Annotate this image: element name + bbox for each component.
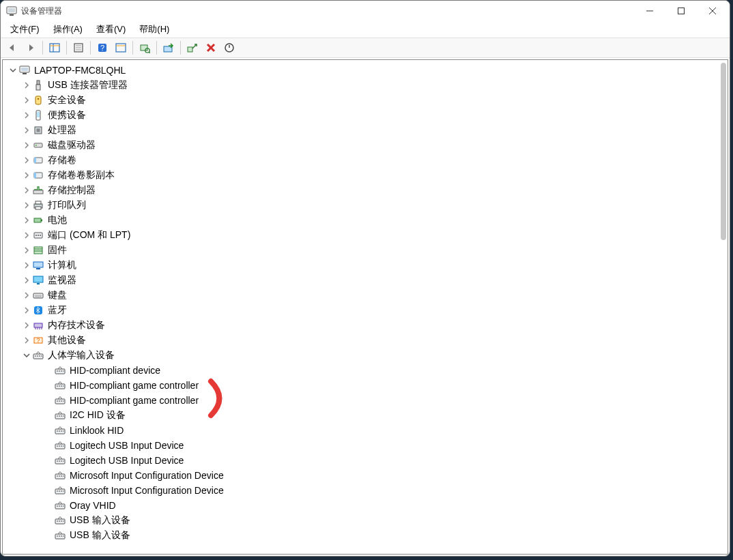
disable-device-button[interactable] bbox=[202, 40, 220, 56]
close-button[interactable] bbox=[697, 1, 728, 21]
category-item[interactable]: 内存技术设备 bbox=[5, 318, 728, 333]
category-item[interactable]: 监视器 bbox=[5, 273, 728, 288]
expander-none bbox=[44, 486, 53, 495]
category-item[interactable]: 固件 bbox=[5, 243, 728, 258]
category-item[interactable]: 存储控制器 bbox=[5, 183, 728, 198]
device-item[interactable]: Logitech USB Input Device bbox=[5, 453, 728, 468]
expander-none bbox=[44, 441, 53, 450]
chevron-right-icon[interactable] bbox=[22, 306, 31, 315]
category-item[interactable]: 计算机 bbox=[5, 258, 728, 273]
category-item[interactable]: USB 连接器管理器 bbox=[5, 78, 728, 93]
category-item[interactable]: 键盘 bbox=[5, 288, 728, 303]
properties-button[interactable] bbox=[70, 40, 87, 56]
chevron-right-icon[interactable] bbox=[22, 80, 31, 90]
device-item[interactable]: Oray VHID bbox=[5, 498, 728, 513]
svg-rect-133 bbox=[57, 535, 58, 537]
tree-root[interactable]: LAPTOP-FMC8LQHL bbox=[5, 63, 728, 78]
category-item[interactable]: 便携设备 bbox=[5, 108, 728, 123]
svg-rect-79 bbox=[59, 370, 60, 372]
minimize-button[interactable] bbox=[634, 1, 665, 21]
device-item[interactable]: Linklook HID bbox=[5, 423, 728, 438]
category-item-hid[interactable]: 人体学输入设备 bbox=[5, 348, 728, 363]
chevron-down-icon[interactable] bbox=[22, 351, 31, 360]
expander-none bbox=[44, 531, 53, 540]
svg-rect-134 bbox=[59, 535, 60, 537]
forward-button[interactable] bbox=[22, 40, 40, 56]
category-label: 存储卷 bbox=[48, 154, 76, 166]
svg-rect-131 bbox=[63, 520, 64, 522]
chevron-right-icon[interactable] bbox=[22, 291, 31, 300]
device-label: Logitech USB Input Device bbox=[70, 440, 184, 451]
chevron-right-icon[interactable] bbox=[22, 246, 31, 255]
hid-icon bbox=[55, 515, 66, 526]
back-button[interactable] bbox=[3, 40, 21, 56]
maximize-button[interactable] bbox=[665, 1, 697, 21]
svg-text:?: ? bbox=[100, 44, 104, 52]
expander-none bbox=[44, 471, 53, 480]
chevron-right-icon[interactable] bbox=[22, 321, 31, 330]
chevron-right-icon[interactable] bbox=[22, 186, 31, 195]
category-item[interactable]: 打印队列 bbox=[5, 198, 728, 213]
svg-rect-1 bbox=[8, 8, 15, 12]
device-item[interactable]: USB 输入设备 bbox=[5, 513, 728, 528]
update-driver-button[interactable] bbox=[160, 40, 177, 56]
menu-file[interactable]: 文件(F) bbox=[3, 22, 46, 37]
controller-icon bbox=[33, 185, 44, 196]
device-item[interactable]: HID-compliant game controller bbox=[5, 393, 728, 408]
menu-view[interactable]: 查看(V) bbox=[89, 22, 132, 37]
chevron-right-icon[interactable] bbox=[22, 261, 31, 270]
device-item[interactable]: HID-compliant game controller bbox=[5, 378, 728, 393]
category-label: 键盘 bbox=[48, 289, 67, 301]
show-hide-console-tree-button[interactable] bbox=[46, 40, 63, 56]
device-item[interactable]: I2C HID 设备 bbox=[5, 408, 728, 423]
help-button[interactable]: ? bbox=[94, 40, 111, 56]
svg-rect-74 bbox=[37, 355, 38, 357]
category-item[interactable]: 存储卷卷影副本 bbox=[5, 168, 728, 183]
vertical-scrollbar[interactable] bbox=[721, 63, 726, 240]
category-item[interactable]: 安全设备 bbox=[5, 93, 728, 108]
category-item[interactable]: 蓝牙 bbox=[5, 303, 728, 318]
chevron-right-icon[interactable] bbox=[22, 95, 31, 105]
category-item[interactable]: 端口 (COM 和 LPT) bbox=[5, 228, 728, 243]
menu-action[interactable]: 操作(A) bbox=[46, 22, 89, 37]
chevron-right-icon[interactable] bbox=[22, 336, 31, 345]
uninstall-device-button[interactable] bbox=[184, 40, 201, 56]
category-label: 其他设备 bbox=[48, 334, 86, 347]
device-item[interactable]: Logitech USB Input Device bbox=[5, 438, 728, 453]
category-item[interactable]: 电池 bbox=[5, 213, 728, 228]
category-label: 内存技术设备 bbox=[48, 319, 105, 331]
chevron-right-icon[interactable] bbox=[22, 171, 31, 180]
device-item[interactable]: Microsoft Input Configuration Device bbox=[5, 483, 728, 498]
scan-hardware-button[interactable] bbox=[136, 40, 154, 56]
category-item[interactable]: 磁盘驱动器 bbox=[5, 138, 728, 153]
chevron-right-icon[interactable] bbox=[22, 110, 31, 120]
svg-rect-129 bbox=[59, 520, 60, 522]
device-item[interactable]: Microsoft Input Configuration Device bbox=[5, 468, 728, 483]
chevron-right-icon[interactable] bbox=[22, 156, 31, 165]
menubar: 文件(F) 操作(A) 查看(V) 帮助(H) bbox=[1, 21, 730, 38]
chevron-right-icon[interactable] bbox=[22, 276, 31, 285]
chevron-right-icon[interactable] bbox=[22, 231, 31, 240]
device-item[interactable]: HID-compliant device bbox=[5, 363, 728, 378]
svg-rect-38 bbox=[34, 143, 42, 147]
memory-icon bbox=[33, 320, 44, 331]
category-item[interactable]: ?其他设备 bbox=[5, 333, 728, 348]
device-tree[interactable]: LAPTOP-FMC8LQHLUSB 连接器管理器安全设备便携设备处理器磁盘驱动… bbox=[3, 60, 728, 554]
expander-none bbox=[44, 396, 53, 405]
chevron-right-icon[interactable] bbox=[22, 141, 31, 150]
svg-point-39 bbox=[35, 145, 37, 146]
diskdrive-icon bbox=[33, 140, 44, 151]
enable-device-button[interactable] bbox=[220, 40, 238, 56]
category-item[interactable]: 处理器 bbox=[5, 123, 728, 138]
menu-help[interactable]: 帮助(H) bbox=[132, 22, 176, 37]
tree-root-label: LAPTOP-FMC8LQHL bbox=[34, 65, 126, 76]
hid-icon bbox=[55, 440, 66, 451]
chevron-right-icon[interactable] bbox=[22, 126, 31, 135]
category-item[interactable]: 存储卷 bbox=[5, 153, 728, 168]
action-button[interactable] bbox=[112, 40, 130, 56]
device-item[interactable]: USB 输入设备 bbox=[5, 528, 728, 543]
svg-rect-93 bbox=[57, 415, 58, 417]
chevron-right-icon[interactable] bbox=[22, 216, 31, 225]
chevron-right-icon[interactable] bbox=[22, 201, 31, 210]
chevron-down-icon[interactable] bbox=[8, 65, 18, 75]
